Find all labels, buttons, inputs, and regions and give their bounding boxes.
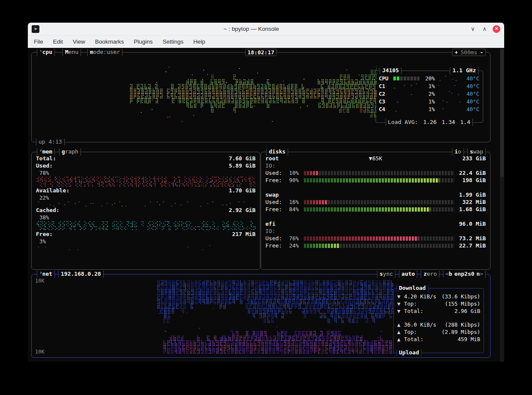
mem-cached-graph: ⢮⢝⡕⢕⢝ ⢪⢪⢝⢕⣪⢮ ⢕⢪⢮ ⢝⢝ ⣪⡕⡕ ⢝⢺⢕ ⢝ ⢪⢕⢪⡕⢪⢝ ⣪⣪⡕… [36, 221, 256, 230]
interval-value: 500ms [461, 49, 477, 56]
next-interface-button[interactable]: n [476, 271, 480, 277]
disk-header-swap: swap 1.99 GiB [265, 191, 486, 198]
scrollbar[interactable] [500, 48, 504, 362]
core-name: C2 [379, 91, 393, 97]
disk-free-row: Free:24% 22.7 MiB [265, 242, 486, 249]
disk-io-label: IO: [265, 162, 486, 169]
network-box: ³net 192.168.0.28 sync auto zero <benp2s… [31, 274, 490, 358]
core-usage-percent: 1% [419, 83, 435, 89]
menubar: File Edit View Bookmarks Plugins Setting… [28, 35, 504, 48]
memory-box: ²mem graph Total:7.60 GiB Used:5.89 GiB … [31, 152, 260, 270]
core-temp-value: 40°C [461, 83, 479, 89]
konsole-window: > ~ : bpytop — Konsole ∨ ∧ × File Edit V… [28, 23, 504, 362]
up-arrow-icon: ▲ [397, 321, 404, 328]
mode-button[interactable]: mode:user [87, 49, 122, 56]
upload-graph: ⠐ ⢀ ⠁ ⠈ ⣧⣻ ⣿ ⡿⣿⣿⣻ ⣷⣟⣟ ⣯⡿⣯⣯⣿⣽ ⣽ ⡿⣻⣿⣯ ⠈ [36, 327, 394, 354]
cpu-usage-graph: ⠐ ⠄ ⢀ ⣧ ⠐ ⠈⢀ ⠠ ⣿⣯⣿ ⠁ ⢿ ⣟ [129, 65, 377, 122]
disk-free-meter [304, 207, 454, 212]
disk-used-row: Used:76% 73.2 MiB [265, 235, 486, 242]
net-stats-panel: Download ▼4.20 KiB/s(33.6 Kibps) ▼Top:(1… [393, 288, 484, 353]
close-button[interactable]: × [493, 25, 500, 33]
titlebar[interactable]: > ~ : bpytop — Konsole ∨ ∧ × [28, 23, 504, 35]
mem-used-graph: ⣪⢮⢮⣪ ⢕⢕⢮⢩⢮⢺⢩⡕⢪⣪⢮⢝⢕⢝⣪⢮⢩⢕⢺⡕⢪⢺⢝⢺⢕⢕⢺⢺⢪⣪ ⡕⢩ ⢕… [36, 177, 256, 187]
down-arrow-icon: ▼ [397, 293, 404, 300]
mem-available-row: Available:1.70 GiB [36, 187, 256, 194]
download-speed-row: ▼4.20 KiB/s(33.6 Kibps) [397, 293, 480, 300]
menu-bookmarks[interactable]: Bookmarks [95, 38, 124, 45]
menu-file[interactable]: File [34, 38, 43, 45]
core-name: C4 [379, 106, 393, 112]
core-temp-value: 40°C [461, 98, 479, 105]
core-usage-graph: ⠄ [393, 99, 419, 104]
disk-io-activity: ▼65K [369, 155, 382, 162]
auto-button[interactable]: auto [399, 271, 417, 278]
maximize-button[interactable]: ∧ [482, 26, 487, 32]
core-usage-percent: 1% [419, 106, 435, 112]
mem-free-percent: 3% [36, 238, 256, 245]
terminal-area[interactable]: ¹cpu Menu mode:user 18:02:17 +500ms- ⠐ ⠄… [28, 48, 504, 362]
core-temp-value: 40°C [461, 91, 479, 97]
mem-free-row: Free:217 MiB [36, 230, 256, 238]
zero-button[interactable]: zero [421, 271, 439, 278]
mem-cached-percent: 38% [36, 214, 256, 221]
core-usage-percent: 1% [419, 98, 435, 105]
interval-minus-button[interactable]: - [480, 49, 483, 56]
uptime-label: up 4:13 [36, 139, 65, 146]
mem-available-graph: ⠈ ⠄⡀⠐ ⠄⠁ ⠂⠁ ⡀⠐⠂ ⢀ ⠂⠠⠂⠈⡀⡀ ⡀⠈ ⠈⠄⠁ ⢀⠐ ⠄ ⠁ ⡀… [36, 201, 256, 206]
down-arrow-icon: ▼ [397, 301, 404, 307]
core-temp-value: 40°C [461, 75, 479, 82]
menu-settings[interactable]: Settings [163, 38, 184, 45]
net-box-title: ³net [37, 271, 55, 278]
cpu-frequency-label: 1.1 GHz [450, 67, 479, 74]
cpu-core-row: C1 ⡀ ⠂ ⠂⠈ 1% ⠂ ⠂ 40°C [379, 82, 479, 90]
core-name: CPU [379, 75, 393, 82]
core-usage-graph: ⡀ ⠂ ⠂⠈ [393, 83, 419, 89]
minimize-button[interactable]: ∨ [471, 26, 475, 32]
core-temp-graph: ⠐⠠ ⠠ [437, 99, 461, 104]
menu-view[interactable]: View [73, 38, 85, 45]
mem-used-percent: 78% [36, 169, 256, 177]
core-usage-graph: ⠠ [393, 91, 419, 97]
core-usage-percent: 20% [419, 75, 435, 82]
core-temp-graph: ⠐ [437, 106, 461, 112]
menu-help[interactable]: Help [193, 38, 205, 45]
cpu-core-row: C3 ⠄ 1% ⠐⠠ ⠠ 40°C [379, 97, 479, 105]
menu-plugins[interactable]: Plugins [134, 38, 153, 45]
update-interval-control: +500ms- [452, 49, 486, 56]
cpu-box: ¹cpu Menu mode:user 18:02:17 +500ms- ⠐ ⠄… [31, 52, 490, 142]
disk-used-meter [304, 171, 454, 175]
menu-edit[interactable]: Edit [53, 38, 63, 45]
interval-plus-button[interactable]: + [455, 49, 458, 56]
core-name: C3 [379, 98, 393, 105]
load-average: Load AVG:1.261.341.4 [385, 119, 473, 126]
upload-label: Upload [396, 349, 422, 357]
disk-free-meter [304, 244, 454, 248]
net-interface-switcher[interactable]: <benp2s0n> [443, 271, 486, 278]
disk-io-label: IO: [265, 227, 486, 235]
sync-button[interactable]: sync [377, 271, 395, 278]
cpu-total-row: CPU 20% ⢀ ⠁ ⠄⡀ 40°C [379, 74, 479, 82]
prev-interface-button[interactable]: b [449, 271, 452, 277]
upload-speed-row: ▲36.0 KiB/s(288 Kibps) [397, 321, 480, 328]
mem-cached-row: Cached:2.92 GiB [36, 206, 256, 214]
mem-total-row: Total:7.60 GiB [36, 155, 256, 162]
download-total-row: ▼Total:2.96 GiB [397, 307, 480, 315]
mem-used-row: Used:5.89 GiB [36, 162, 256, 169]
core-temp-graph: ⢀ ⠁ ⠄⡀ [437, 76, 461, 81]
core-usage-graph: ⢀ [393, 106, 419, 112]
cpu-info-panel: J4105 1.1 GHz CPU 20% ⢀ ⠁ ⠄⡀ 40°C C1 ⡀ ⠂… [375, 71, 483, 123]
cpu-core-row: C4 ⢀ 1% ⠐ 40°C [379, 105, 479, 113]
download-graph: ⣻⣽⣻⢿⡿⣯⢿⣧⣽⣷⡿⣯⣾⣟⣧⣷⢿⣿⣾⣻⢿⣽⣧⣷⣽⣿⡿⢿⣟⣷⣟⡿⣾⣾⣻⣧⣽⣿⢿⢿… [36, 280, 394, 325]
disk-free-row: Free:84% 1.68 GiB [265, 206, 486, 213]
cpu-core-row: C2 ⠠ 2% ⠈⠂ ⠄ 40°C [379, 90, 479, 97]
scrollbar-handle[interactable] [500, 49, 504, 177]
upload-top-row: ▲Top:(2.89 Mibps) [397, 328, 480, 336]
disk-header-efi: efi 96.0 MiB [265, 220, 486, 227]
core-temp-graph: ⠂ ⠂ [437, 83, 461, 89]
disk-header-root: root ▼65K 233 GiB [265, 155, 486, 162]
down-arrow-icon: ▼ [397, 308, 404, 314]
window-title: ~ : bpytop — Konsole [39, 26, 463, 32]
konsole-icon: > [32, 25, 39, 33]
disk-free-meter [304, 178, 454, 183]
menu-button[interactable]: Menu [62, 49, 81, 56]
